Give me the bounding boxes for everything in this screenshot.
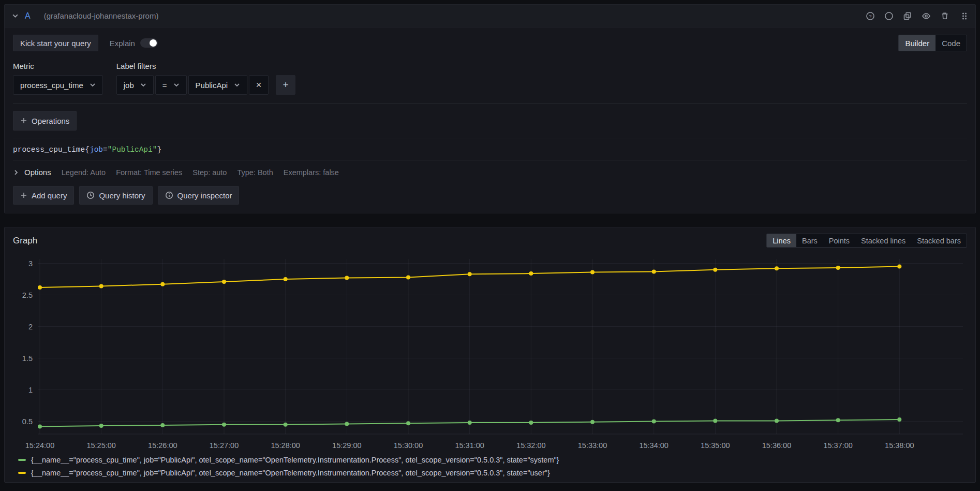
filter-value-value: PublicApi [196, 81, 228, 90]
label-filter-row: job = PublicApi × + [116, 75, 295, 95]
graph-mode[interactable]: Stacked lines [855, 234, 911, 247]
svg-text:3: 3 [28, 259, 33, 268]
svg-text:1: 1 [28, 386, 33, 394]
graph-mode[interactable]: Lines [767, 234, 796, 247]
query-text: } [157, 146, 161, 154]
plus-icon [20, 117, 27, 124]
graph-mode[interactable]: Stacked bars [911, 234, 967, 247]
query-value-token: "PublicApi" [108, 146, 157, 154]
svg-text:1.5: 1.5 [22, 354, 33, 363]
explain-label: Explain [110, 39, 135, 48]
graph-mode-group: Lines Bars Points Stacked lines Stacked … [766, 234, 967, 248]
metric-field: Metric process_cpu_time [13, 62, 103, 95]
svg-text:15:25:00: 15:25:00 [86, 441, 115, 450]
query-actions: Add query Query history Query inspector [13, 186, 967, 205]
trash-icon[interactable] [940, 11, 949, 21]
svg-text:15:30:00: 15:30:00 [394, 441, 423, 450]
query-row-header[interactable]: A (grafanacloud-johannestax-prom) ? [5, 5, 975, 27]
disable-query-icon[interactable] [884, 11, 894, 21]
builder-fields: Metric process_cpu_time Label filters jo… [13, 62, 967, 95]
plus-icon [20, 192, 27, 199]
editor-mode[interactable]: Code [936, 35, 967, 51]
metric-select[interactable]: process_cpu_time [13, 75, 103, 95]
query-ref-id: A [25, 11, 31, 21]
label-filters-field: Label filters job = PublicApi × [116, 62, 295, 95]
info-icon [165, 191, 173, 199]
graph-svg: 0.511.522.5315:24:0015:25:0015:26:0015:2… [13, 255, 967, 453]
history-clock-icon [86, 191, 95, 199]
svg-text:15:33:00: 15:33:00 [578, 441, 607, 450]
toggle-knob [150, 39, 157, 47]
svg-text:15:34:00: 15:34:00 [639, 441, 668, 450]
chevron-down-icon [173, 82, 180, 88]
legend-item[interactable]: {__name__="process_cpu_time", job="Publi… [18, 456, 967, 464]
filter-operator-value: = [162, 81, 167, 90]
svg-text:2: 2 [28, 323, 33, 331]
options-title-label: Options [24, 168, 51, 177]
svg-text:15:28:00: 15:28:00 [271, 441, 300, 450]
graph-mode[interactable]: Points [823, 234, 855, 247]
svg-text:15:36:00: 15:36:00 [762, 441, 791, 450]
explain-toggle[interactable] [140, 38, 158, 48]
query-eq-token: = [103, 146, 108, 154]
svg-text:15:24:00: 15:24:00 [25, 441, 54, 450]
query-text: process_cpu_time{ [13, 146, 90, 154]
svg-text:2.5: 2.5 [22, 291, 33, 299]
options-row: Options Legend: Auto Format: Time series… [13, 161, 967, 178]
svg-text:15:32:00: 15:32:00 [516, 441, 545, 450]
graph-legend: {__name__="process_cpu_time", job="Publi… [13, 456, 967, 477]
svg-text:15:37:00: 15:37:00 [823, 441, 852, 450]
svg-text:?: ? [869, 13, 871, 19]
chevron-right-icon [13, 169, 19, 176]
chevron-down-icon [140, 82, 146, 88]
options-toggle[interactable]: Options [13, 168, 51, 177]
graph-mode[interactable]: Bars [796, 234, 823, 247]
query-preview: process_cpu_time{job="PublicApi"} [13, 138, 967, 161]
query-editor: A (grafanacloud-johannestax-prom) ? [4, 4, 976, 213]
eye-icon[interactable] [922, 11, 931, 21]
kick-start-button[interactable]: Kick start your query [13, 35, 98, 51]
query-history-button[interactable]: Query history [79, 186, 152, 205]
copy-query-icon[interactable] [903, 11, 912, 21]
option-legend: Legend: Auto [62, 168, 106, 177]
svg-text:15:35:00: 15:35:00 [701, 441, 730, 450]
label-filters-label: Label filters [116, 62, 295, 70]
svg-text:15:29:00: 15:29:00 [332, 441, 361, 450]
editor-mode-group: Builder Code [898, 35, 967, 51]
legend-marker [18, 459, 26, 461]
filter-operator-select[interactable]: = [155, 75, 187, 95]
metric-value: process_cpu_time [20, 81, 83, 90]
filter-key-select[interactable]: job [116, 75, 154, 95]
editor-mode[interactable]: Builder [899, 35, 936, 51]
filter-value-select[interactable]: PublicApi [188, 75, 248, 95]
svg-text:15:38:00: 15:38:00 [885, 441, 914, 450]
help-icon[interactable]: ? [866, 11, 875, 21]
graph-panel: Graph Lines Bars Points Stacked lines St… [4, 227, 976, 483]
operations-button[interactable]: Operations [13, 111, 77, 131]
legend-item[interactable]: {__name__="process_cpu_time", job="Publi… [18, 469, 967, 477]
svg-text:0.5: 0.5 [22, 417, 33, 426]
filter-key-value: job [124, 81, 134, 90]
query-inspector-button[interactable]: Query inspector [158, 186, 240, 205]
query-inspector-label: Query inspector [177, 191, 232, 200]
drag-handle-icon[interactable] [961, 11, 968, 21]
legend-label: {__name__="process_cpu_time", job="Publi… [31, 469, 550, 477]
legend-label: {__name__="process_cpu_time", job="Publi… [31, 456, 559, 464]
divider [13, 103, 967, 104]
collapse-chevron-icon[interactable] [12, 12, 19, 19]
operations-label: Operations [32, 117, 69, 125]
legend-marker [18, 472, 26, 474]
remove-filter-button[interactable]: × [249, 75, 269, 95]
chevron-down-icon [234, 82, 240, 88]
query-history-label: Query history [99, 191, 145, 200]
chart-canvas[interactable]: 0.511.522.5315:24:0015:25:0015:26:0015:2… [13, 255, 967, 453]
query-row-actions: ? [866, 11, 968, 21]
add-filter-button[interactable]: + [276, 75, 295, 95]
svg-text:15:26:00: 15:26:00 [148, 441, 177, 450]
chevron-down-icon [90, 82, 96, 88]
add-query-label: Add query [32, 191, 67, 200]
add-query-button[interactable]: Add query [13, 186, 74, 205]
svg-text:15:27:00: 15:27:00 [210, 441, 239, 450]
datasource-name: (grafanacloud-johannestax-prom) [44, 11, 159, 20]
svg-text:15:31:00: 15:31:00 [455, 441, 484, 450]
